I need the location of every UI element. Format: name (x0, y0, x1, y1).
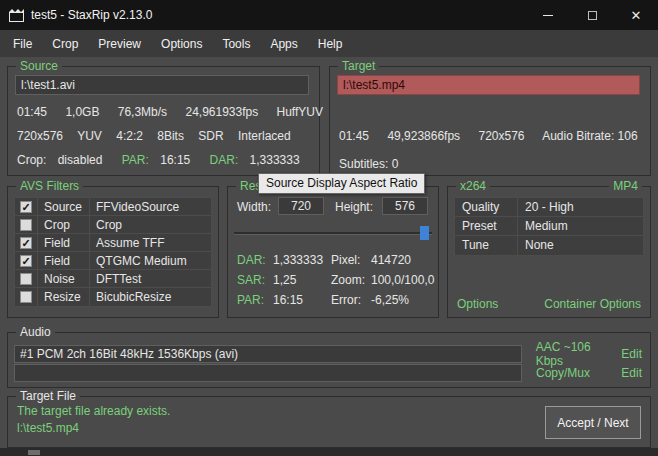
filters-table: ✓ Source FFVideoSource Crop Crop ✓ Field… (14, 197, 212, 307)
filter-checkbox[interactable]: ✓ (15, 252, 37, 269)
maximize-button[interactable] (570, 0, 614, 30)
zoom-stat-value: 100,0/100,0 (371, 273, 434, 287)
x264-row-tune[interactable]: Tune None (455, 236, 643, 255)
crop-value[interactable]: disabled (58, 153, 103, 167)
x264-setting-name: Preset (455, 217, 517, 235)
source-info-line2: 720x576 YUV 4:2:2 8Bits SDR Interlaced (17, 129, 291, 143)
resize-stats-row: PAR: 16:15 Error: -6,25% (228, 293, 438, 313)
filter-checkbox[interactable]: ✓ (15, 234, 37, 251)
source-info-line1: 01:45 1,0GB 76,3Mb/s 24,961933fps HuffYU… (17, 105, 323, 119)
menu-help[interactable]: Help (308, 37, 353, 51)
filter-value[interactable]: QTGMC Medium (89, 252, 211, 269)
menu-tools[interactable]: Tools (212, 37, 260, 51)
accept-next-button[interactable]: Accept / Next (545, 406, 641, 439)
menu-options[interactable]: Options (151, 37, 212, 51)
resize-group: Resize Width: Height: DAR: 1,333333 Pixe… (227, 186, 439, 318)
menu-file[interactable]: File (3, 37, 42, 51)
source-colorspace: YUV (77, 129, 102, 143)
x264-row-preset[interactable]: Preset Medium (455, 217, 643, 236)
resize-slider[interactable] (234, 225, 432, 241)
filter-row-crop[interactable]: Crop Crop (15, 216, 211, 234)
minimize-button[interactable] (526, 0, 570, 30)
filter-checkbox[interactable] (15, 288, 37, 306)
container-format-label[interactable]: MP4 (609, 179, 642, 193)
filter-row-noise[interactable]: Noise DFTTest (15, 270, 211, 288)
source-fps: 24,961933fps (185, 105, 258, 119)
menu-crop[interactable]: Crop (42, 37, 88, 51)
filter-value[interactable]: Crop (89, 216, 211, 233)
audio-track1-edit-link[interactable]: Edit (621, 347, 642, 361)
filter-value[interactable]: DFTTest (89, 270, 211, 287)
avs-filters-group-title: AVS Filters (16, 179, 83, 193)
audio-track2-row: Copy/Mux Edit (14, 364, 642, 382)
checkmark-icon (20, 273, 32, 285)
resize-slider-handle[interactable] (420, 226, 429, 240)
pixel-stat-label: Pixel: (331, 253, 360, 267)
audio-group: Audio AAC ~106 Kbps Edit Copy/Mux Edit (7, 332, 651, 388)
height-input[interactable] (382, 197, 428, 215)
target-file-input[interactable] (337, 75, 640, 95)
source-group: Source 01:45 1,0GB 76,3Mb/s 24,961933fps… (7, 66, 320, 176)
filter-value[interactable]: BicubicResize (89, 288, 211, 306)
menubar: File Crop Preview Options Tools Apps Hel… (0, 30, 658, 57)
crop-label: Crop: (17, 153, 46, 167)
par-stat-value: 16:15 (273, 293, 303, 307)
avs-filters-group: AVS Filters ✓ Source FFVideoSource Crop … (7, 186, 219, 318)
maximize-icon (588, 11, 597, 20)
checkmark-icon: ✓ (20, 201, 32, 213)
checkmark-icon: ✓ (20, 255, 32, 267)
filter-checkbox[interactable] (15, 270, 37, 287)
par-stat-label: PAR: (237, 293, 264, 307)
dar-stat-value: 1,333333 (273, 253, 323, 267)
container-options-link[interactable]: Container Options (544, 297, 641, 311)
audio-track2-input[interactable] (14, 364, 522, 382)
app-icon (9, 9, 24, 22)
x264-setting-value[interactable]: 20 - High (517, 198, 643, 216)
bottom-strip (0, 448, 658, 456)
target-duration: 01:45 (339, 129, 369, 143)
close-button[interactable]: ✕ (614, 0, 658, 30)
par-value[interactable]: 16:15 (160, 153, 190, 167)
titlebar: test5 - StaxRip v2.13.0 ✕ (0, 0, 658, 30)
audio-track2-codec[interactable]: Copy/Mux (536, 366, 590, 380)
x264-row-quality[interactable]: Quality 20 - High (455, 198, 643, 217)
filter-row-field-tff[interactable]: ✓ Field Assume TFF (15, 234, 211, 252)
target-exists-message: The target file already exists. (17, 404, 170, 418)
source-duration: 01:45 (17, 105, 47, 119)
filter-row-field-qtgmc[interactable]: ✓ Field QTGMC Medium (15, 252, 211, 270)
target-resolution: 720x576 (478, 129, 524, 143)
source-file-input[interactable] (15, 75, 309, 95)
source-group-title: Source (16, 59, 62, 73)
filter-value[interactable]: Assume TFF (89, 234, 211, 251)
filter-checkbox[interactable] (15, 216, 37, 233)
source-scan-type: Interlaced (238, 129, 291, 143)
menu-apps[interactable]: Apps (260, 37, 307, 51)
audio-group-title: Audio (16, 325, 55, 339)
sar-stat-label: SAR: (237, 273, 265, 287)
x264-setting-value[interactable]: None (517, 236, 643, 255)
x264-setting-value[interactable]: Medium (517, 217, 643, 235)
filter-name: Field (37, 252, 89, 269)
width-input[interactable] (278, 197, 324, 215)
filter-name: Crop (37, 216, 89, 233)
source-info-line3: Crop: disabled PAR: 16:15 DAR: 1,333333 (17, 153, 300, 167)
target-file-path: l:\test5.mp4 (17, 421, 79, 435)
x264-setting-name: Quality (455, 198, 517, 216)
filter-name: Field (37, 234, 89, 251)
sar-stat-value: 1,25 (273, 273, 296, 287)
checkmark-icon (20, 219, 32, 231)
filter-row-source[interactable]: ✓ Source FFVideoSource (15, 198, 211, 216)
dar-stat-label: DAR: (237, 253, 266, 267)
filter-checkbox[interactable]: ✓ (15, 198, 37, 215)
filter-value[interactable]: FFVideoSource (89, 198, 211, 215)
dar-label: DAR: (210, 153, 239, 167)
audio-track1-input[interactable] (14, 345, 522, 363)
close-icon: ✕ (631, 9, 642, 22)
dar-value[interactable]: 1,333333 (250, 153, 300, 167)
encoder-options-link[interactable]: Options (457, 297, 498, 311)
target-fps: 49,923866fps (387, 129, 460, 143)
audio-track2-edit-link[interactable]: Edit (621, 366, 642, 380)
menu-preview[interactable]: Preview (88, 37, 151, 51)
x264-group: x264 MP4 Quality 20 - High Preset Medium… (447, 186, 651, 318)
filter-row-resize[interactable]: Resize BicubicResize (15, 288, 211, 306)
